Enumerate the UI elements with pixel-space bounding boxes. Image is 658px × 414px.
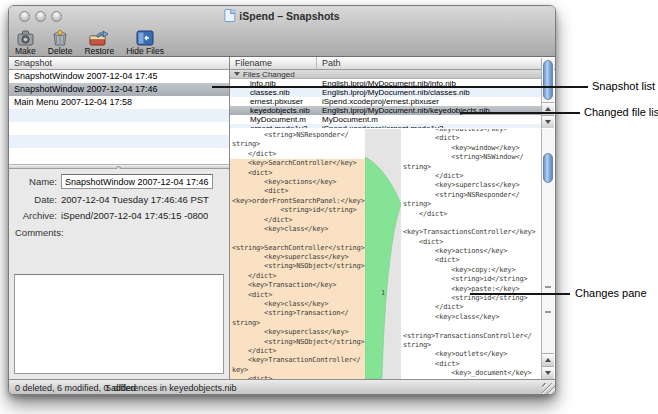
- differences-summary: 5 differences in keyedobjects.nib: [106, 383, 236, 393]
- empty-row: [9, 109, 229, 122]
- diff-old-text[interactable]: <string>NSResponder</ string> </dict> <k…: [230, 129, 365, 379]
- minimize-button[interactable]: [35, 11, 46, 22]
- files-changed-group-row[interactable]: Files Changed: [230, 70, 541, 79]
- main-content: Snapshot SnapshotWindow 2007-12-04 17:45…: [9, 57, 555, 379]
- scrollbar-arrows: [542, 353, 554, 379]
- diff-line: key>: [232, 366, 365, 375]
- diff-line: </dict>: [232, 272, 365, 281]
- diff-line: string>: [232, 140, 365, 149]
- file-list-scrollbar[interactable]: [541, 58, 554, 128]
- restore-folder-icon: [89, 29, 109, 46]
- files-and-changes-pane: Filename Path Files Changed info.nib Eng…: [230, 57, 556, 379]
- diff-line: <key>TransactionsController</key>: [403, 228, 540, 237]
- diff-line: <key>actions</key>: [403, 247, 540, 256]
- file-row[interactable]: ernest.pbxuser iSpend.xcodeproj/ernest.p…: [230, 97, 541, 106]
- diff-line: <string>NSObject</string>: [232, 262, 365, 271]
- scrollbar-thumb[interactable]: [543, 153, 553, 183]
- diff-line: <string>TransactionsController</: [403, 332, 540, 341]
- file-row[interactable]: MyDocument.m MyDocument.m: [230, 115, 541, 124]
- diff-line: <dict>: [232, 291, 365, 300]
- snapshot-pane: Snapshot SnapshotWindow 2007-12-04 17:45…: [9, 57, 229, 379]
- file-row[interactable]: ernest.mode1v3 iSpend.xcodeproj/ernest.m…: [230, 124, 541, 128]
- diff-line: [403, 219, 540, 228]
- diff-line: <key>superclass</key>: [403, 181, 540, 190]
- diff-line: <key>window</key>: [403, 144, 540, 153]
- snapshot-row[interactable]: Main Menu 2007-12-04 17:58: [9, 96, 229, 109]
- comments-label: Comments:: [15, 227, 229, 238]
- trash-icon: [51, 29, 69, 46]
- document-icon: [224, 9, 235, 22]
- diff-line: <key>outlets</key>: [403, 350, 540, 359]
- callout-line-changed-file-list: [460, 112, 580, 114]
- hide-files-button-label: Hide Files: [126, 46, 164, 56]
- callout-label-changes-pane: Changes pane: [575, 287, 647, 299]
- date-label: Date:: [9, 194, 61, 205]
- change-marker-tick: [545, 286, 551, 288]
- scrollbar-arrows: [542, 102, 554, 128]
- diff-new-text[interactable]: <key>outlets</key> <dict> <key>window</k…: [401, 129, 540, 379]
- diff-line: <string>id</string>: [403, 294, 540, 303]
- snapshot-list: SnapshotWindow 2007-12-04 17:45 Snapshot…: [9, 70, 229, 148]
- diff-line: string>: [232, 319, 365, 328]
- diff-line: </dict>: [403, 303, 540, 312]
- zoom-button[interactable]: [51, 11, 62, 22]
- window-chrome: iSpend – Snapshots Make: [9, 6, 555, 57]
- diff-line: string>: [403, 200, 540, 209]
- name-field[interactable]: [61, 174, 213, 189]
- callout-line-snapshot-list: [212, 86, 588, 88]
- diff-line: <key>copy:</key>: [403, 266, 540, 275]
- delete-button-label: Delete: [48, 46, 73, 56]
- filename-column-header[interactable]: Filename: [230, 57, 317, 69]
- diff-line: <key>class</key>: [232, 225, 365, 234]
- file-name: ernest.mode1v3: [230, 124, 317, 128]
- scroll-up-button[interactable]: [542, 353, 554, 366]
- snapshot-row[interactable]: SnapshotWindow 2007-12-04 17:45: [9, 70, 229, 83]
- snapshot-row-selected[interactable]: SnapshotWindow 2007-12-04 17:46: [9, 83, 229, 96]
- diff-line: <string>SearchController</string>: [232, 244, 365, 253]
- screenshot-canvas: iSpend – Snapshots Make: [0, 0, 658, 414]
- toolbar: Make Delete: [13, 27, 166, 56]
- diff-line: <string>NSObject</string>: [232, 338, 365, 347]
- file-name: MyDocument.m: [230, 115, 317, 124]
- title-bar[interactable]: iSpend – Snapshots: [9, 6, 555, 27]
- scrollbar-thumb[interactable]: [543, 60, 553, 100]
- restore-button[interactable]: Restore: [82, 27, 116, 56]
- changes-pane: <string>NSResponder</ string> </dict> <k…: [230, 129, 556, 379]
- scroll-down-button[interactable]: [542, 366, 554, 379]
- diff-line: </dict>: [403, 172, 540, 181]
- snapshot-column-header[interactable]: Snapshot: [9, 57, 229, 70]
- diff-line: <string>NSResponder</: [232, 131, 365, 140]
- close-button[interactable]: [19, 11, 30, 22]
- changes-scrollbar[interactable]: [541, 129, 554, 379]
- hide-files-button[interactable]: Hide Files: [124, 27, 166, 56]
- comments-field[interactable]: [14, 274, 224, 374]
- diff-line: <dict>: [232, 187, 365, 196]
- title-group: iSpend – Snapshots: [224, 9, 339, 22]
- scroll-down-button[interactable]: [542, 115, 554, 128]
- disclosure-triangle-icon[interactable]: [234, 72, 240, 76]
- snapshot-inspector: Name: Date: 2007-12-04 Tuesday 17:46:46 …: [9, 169, 229, 379]
- diff-line: <dict>: [403, 360, 540, 369]
- diff-line: </dict>: [232, 347, 365, 356]
- make-button[interactable]: Make: [13, 27, 38, 56]
- empty-row: [9, 135, 229, 148]
- group-label: Files Changed: [243, 70, 295, 79]
- file-name: ernest.pbxuser: [230, 97, 317, 106]
- diff-line: </dict>: [232, 216, 365, 225]
- delete-button[interactable]: Delete: [46, 27, 75, 56]
- traffic-lights: [19, 11, 62, 22]
- file-path: English.lproj/MyDocument.nib/classes.nib: [317, 88, 541, 97]
- diff-connector: 1: [365, 129, 401, 379]
- date-value: 2007-12-04 Tuesday 17:46:46 PST: [61, 194, 209, 205]
- resize-grip[interactable]: [542, 383, 555, 395]
- file-row[interactable]: classes.nib English.lproj/MyDocument.nib…: [230, 88, 541, 97]
- path-column-header[interactable]: Path: [317, 57, 556, 69]
- up-arrow-icon: [545, 107, 551, 111]
- diff-line: <dict>: [232, 169, 365, 178]
- file-name: keyedobjects.nib: [230, 106, 317, 115]
- file-path: iSpend.xcodeproj/ernest.pbxuser: [317, 97, 541, 106]
- ispend-snapshots-window: iSpend – Snapshots Make: [8, 5, 556, 395]
- diff-line: <dict>: [403, 238, 540, 247]
- diff-line: <key>superclass</key>: [232, 328, 365, 337]
- diff-line: <dict>: [403, 134, 540, 143]
